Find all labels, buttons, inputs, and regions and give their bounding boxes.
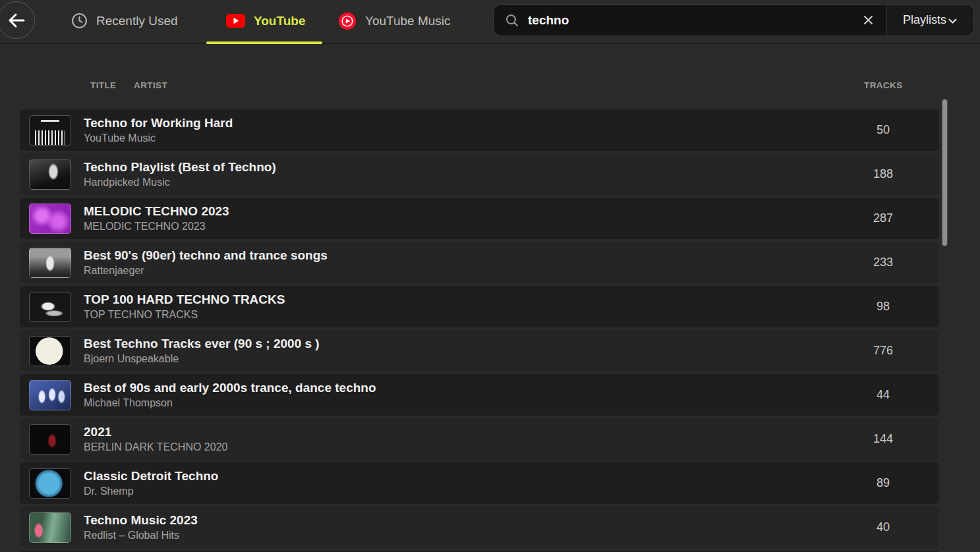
playlist-title: TOP 100 HARD TECHNO TRACKS [84, 292, 285, 307]
playlist-thumbnail [29, 159, 71, 190]
youtube-icon [226, 14, 245, 28]
column-headers: TITLE ARTIST TRACKS [0, 80, 980, 92]
playlist-thumbnail [29, 115, 71, 146]
playlist-row[interactable]: Classic Detroit Techno Dr. Shemp 89 [20, 462, 939, 504]
playlist-thumbnail [29, 380, 71, 410]
playlist-track-count: 776 [862, 344, 904, 358]
youtube-music-icon [338, 12, 357, 30]
playlists-dropdown[interactable]: Playlists [886, 5, 973, 36]
playlist-title: Techno for Working Hard [84, 116, 233, 130]
playlist-thumbnail [29, 204, 71, 234]
column-header-artist[interactable]: ARTIST [134, 80, 167, 90]
playlist-thumbnail [29, 248, 71, 278]
tab-recently-used[interactable]: Recently Used [71, 0, 178, 41]
column-header-title[interactable]: TITLE [90, 80, 117, 90]
playlist-row[interactable]: MELODIC TECHNO 2023 MELODIC TECHNO 2023 … [20, 198, 939, 239]
playlist-artist: Dr. Shemp [84, 485, 218, 497]
playlist-thumbnail [29, 424, 71, 455]
column-header-tracks[interactable]: TRACKS [864, 80, 903, 90]
playlist-row[interactable]: Best Techno Tracks ever (90 s ; 2000 s )… [20, 330, 939, 372]
playlist-title: Techno Music 2023 [84, 513, 198, 528]
playlist-row[interactable]: Best 90's (90er) techno and trance songs… [20, 242, 939, 283]
playlist-thumbnail [29, 292, 71, 322]
playlist-artist: TOP TECHNO TRACKS [84, 309, 285, 321]
playlist-artist: Rattenjaeger [84, 265, 328, 277]
playlist-title: Best of 90s and early 2000s trance, danc… [84, 381, 376, 395]
playlist-thumbnail [29, 468, 71, 499]
playlist-title: MELODIC TECHNO 2023 [84, 204, 229, 219]
playlist-title: Classic Detroit Techno [84, 469, 218, 483]
playlist-title: 2021 [84, 425, 227, 439]
search-bar: techno Playlists [493, 4, 974, 36]
tab-youtube-music[interactable]: YouTube Music [338, 0, 451, 41]
tab-label: YouTube Music [365, 14, 451, 28]
playlist-row[interactable]: 2021 BERLIN DARK TECHNO 2020 144 [20, 418, 939, 460]
playlist-row[interactable]: TOP 100 HARD TECHNO TRACKS TOP TECHNO TR… [20, 286, 939, 327]
playlist-track-count: 40 [862, 520, 904, 534]
search-value: techno [528, 13, 569, 28]
playlist-row[interactable]: Best of 90s and early 2000s trance, danc… [20, 374, 939, 416]
playlist-track-count: 98 [862, 300, 904, 314]
playlist-track-count: 144 [862, 432, 904, 446]
playlist-artist: Michael Thompson [84, 397, 376, 409]
playlist-thumbnail [29, 336, 71, 366]
playlist-track-count: 233 [862, 256, 904, 269]
playlist-artist: Redlist – Global Hits [84, 530, 198, 541]
playlist-row[interactable]: Techno for Working Hard YouTube Music 50 [20, 109, 939, 151]
playlists-dropdown-label: Playlists [903, 13, 946, 27]
clock-icon [71, 13, 88, 29]
tab-label: Recently Used [96, 14, 178, 28]
playlist-title: Best 90's (90er) techno and trance songs [84, 248, 328, 263]
playlist-artist: YouTube Music [84, 132, 233, 144]
back-button[interactable] [0, 1, 35, 39]
search-input[interactable]: techno [494, 5, 886, 36]
playlist-title: Best Techno Tracks ever (90 s ; 2000 s ) [84, 337, 320, 351]
top-bar: Recently Used YouTube YouTube Music tech… [0, 0, 980, 44]
search-icon [505, 13, 519, 28]
chevron-down-icon [948, 18, 957, 24]
playlist-artist: BERLIN DARK TECHNO 2020 [84, 441, 227, 453]
playlist-list: Techno for Working Hard YouTube Music 50… [20, 109, 939, 552]
active-tab-underline [206, 41, 322, 44]
tab-youtube[interactable]: YouTube [226, 0, 305, 41]
playlist-row[interactable]: Techno Music 2023 Redlist – Global Hits … [20, 507, 939, 548]
playlist-artist: Bjoern Unspeakable [84, 353, 320, 365]
playlist-track-count: 50 [862, 123, 904, 137]
playlist-thumbnail [29, 512, 71, 543]
playlist-row[interactable]: Techno Playlist (Best of Techno) Handpic… [20, 153, 939, 195]
playlist-track-count: 44 [862, 388, 904, 402]
playlist-track-count: 287 [862, 211, 904, 225]
playlist-track-count: 89 [862, 476, 904, 490]
playlist-artist: MELODIC TECHNO 2023 [84, 221, 229, 233]
arrow-left-icon [7, 13, 26, 28]
scrollbar-thumb[interactable] [942, 99, 948, 246]
clear-search-button[interactable] [851, 15, 886, 25]
playlist-artist: Handpicked Music [84, 177, 276, 188]
playlist-title: Techno Playlist (Best of Techno) [84, 160, 276, 175]
close-icon [863, 15, 873, 25]
tab-label: YouTube [254, 14, 305, 28]
playlist-track-count: 188 [862, 167, 904, 181]
